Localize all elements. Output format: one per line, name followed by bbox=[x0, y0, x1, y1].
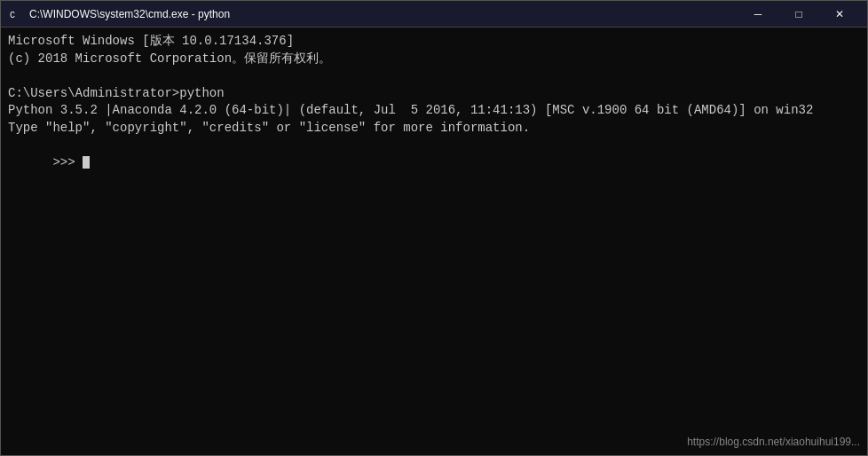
terminal-line-3 bbox=[8, 67, 860, 85]
title-bar-text: C:\WINDOWS\system32\cmd.exe - python bbox=[29, 8, 230, 20]
terminal-line-2: (c) 2018 Microsoft Corporation。保留所有权利。 bbox=[8, 51, 860, 68]
title-bar-left: C C:\WINDOWS\system32\cmd.exe - python bbox=[8, 7, 230, 21]
cmd-icon: C bbox=[8, 7, 22, 21]
terminal-line-1: Microsoft Windows [版本 10.0.17134.376] bbox=[8, 33, 860, 51]
terminal-body[interactable]: Microsoft Windows [版本 10.0.17134.376] (c… bbox=[1, 28, 867, 455]
terminal-line-6: Type "help", "copyright", "credits" or "… bbox=[8, 120, 860, 138]
terminal-line-5: Python 3.5.2 |Anaconda 4.2.0 (64-bit)| (… bbox=[8, 102, 860, 120]
svg-text:C: C bbox=[10, 11, 15, 20]
cursor bbox=[83, 156, 90, 169]
cmd-window: C C:\WINDOWS\system32\cmd.exe - python ─… bbox=[0, 0, 868, 456]
title-bar-controls: ─ □ ✕ bbox=[738, 1, 860, 28]
terminal-line-4: C:\Users\Administrator>python bbox=[8, 85, 860, 103]
maximize-button[interactable]: □ bbox=[778, 1, 819, 28]
watermark: https://blog.csdn.net/xiaohuihui199... bbox=[687, 436, 860, 448]
title-bar: C C:\WINDOWS\system32\cmd.exe - python ─… bbox=[1, 1, 867, 28]
prompt-text: >>> bbox=[52, 155, 83, 169]
close-button[interactable]: ✕ bbox=[819, 1, 860, 28]
terminal-prompt-line: >>> bbox=[8, 138, 860, 190]
minimize-button[interactable]: ─ bbox=[738, 1, 778, 28]
